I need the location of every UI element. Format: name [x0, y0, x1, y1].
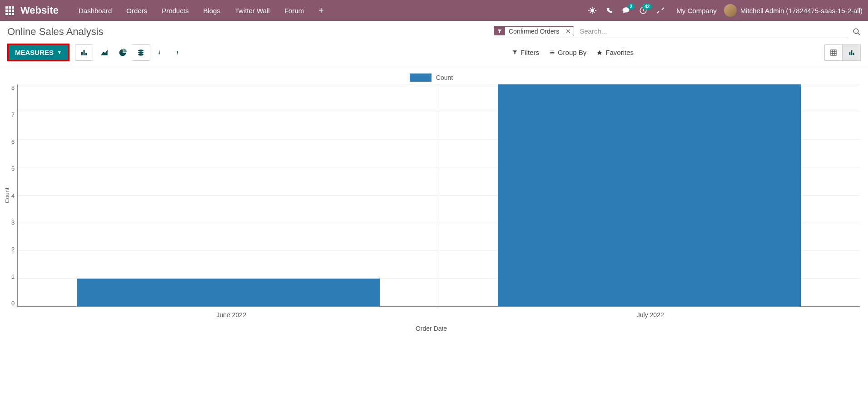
nav-forum[interactable]: Forum: [284, 7, 304, 15]
legend-label: Count: [436, 74, 453, 81]
svg-rect-5: [85, 53, 87, 55]
activity-icon[interactable]: 42: [639, 6, 647, 15]
bar-slot: [439, 84, 860, 306]
x-axis-ticks: June 2022July 2022: [22, 307, 860, 319]
chart-type-buttons: [75, 44, 189, 61]
line-chart-icon[interactable]: [96, 44, 114, 61]
activity-badge: 42: [642, 4, 652, 10]
stacked-icon[interactable]: [132, 44, 150, 61]
svg-rect-3: [81, 52, 83, 55]
nav-add-icon[interactable]: +: [318, 5, 324, 16]
measures-button[interactable]: MEASURES ▼: [7, 44, 69, 61]
y-axis-ticks: 876543210: [11, 84, 17, 307]
apps-icon[interactable]: [5, 6, 14, 15]
favorites-label: Favorites: [605, 49, 634, 56]
page-title: Online Sales Analysis: [7, 26, 104, 38]
svg-point-8: [138, 54, 144, 56]
svg-point-2: [853, 29, 858, 34]
bar-chart-icon[interactable]: [75, 44, 93, 61]
groupby-label: Group By: [558, 49, 586, 56]
avatar: [724, 4, 737, 17]
bar-slot: [18, 84, 439, 306]
x-tick: July 2022: [441, 311, 860, 319]
nav-blogs[interactable]: Blogs: [203, 7, 220, 15]
facet-remove-icon[interactable]: ✕: [563, 28, 574, 35]
chart-legend: Count: [3, 71, 860, 84]
sort-asc-icon[interactable]: [171, 44, 189, 61]
filters-button[interactable]: Filters: [512, 49, 539, 56]
svg-rect-10: [849, 52, 850, 55]
nav-twitter-wall[interactable]: Twitter Wall: [235, 7, 270, 15]
svg-point-6: [138, 49, 144, 52]
chat-icon[interactable]: 2: [622, 6, 630, 15]
pie-chart-icon[interactable]: [114, 44, 132, 61]
y-tick: 0: [11, 300, 15, 307]
favorites-button[interactable]: Favorites: [596, 49, 634, 56]
facet-label: Confirmed Orders: [505, 27, 563, 36]
nav-dashboard[interactable]: Dashboard: [79, 7, 112, 15]
user-menu[interactable]: Mitchell Admin (17824475-saas-15-2-all): [724, 4, 863, 17]
top-nav: Website Dashboard Orders Products Blogs …: [0, 0, 868, 21]
legend-swatch: [410, 74, 432, 82]
chat-badge: 2: [628, 4, 635, 10]
search-input[interactable]: [578, 25, 848, 37]
x-axis-label: Order Date: [3, 319, 860, 335]
chart-area: Count Count 876543210 June 2022July 2022…: [0, 66, 868, 335]
bug-icon[interactable]: [588, 6, 596, 15]
svg-point-7: [138, 51, 144, 54]
svg-rect-9: [831, 50, 836, 55]
search-bar: Confirmed Orders ✕: [494, 25, 848, 38]
y-tick: 8: [11, 84, 15, 91]
phone-icon[interactable]: [605, 7, 613, 14]
chart-bar[interactable]: [498, 84, 801, 306]
y-tick: 6: [11, 138, 15, 145]
groupby-button[interactable]: Group By: [549, 49, 586, 56]
view-switcher: [824, 44, 861, 61]
tools-icon[interactable]: [656, 6, 665, 15]
sort-desc-icon[interactable]: [153, 44, 171, 61]
brand[interactable]: Website: [20, 5, 59, 16]
nav-orders[interactable]: Orders: [126, 7, 147, 15]
y-tick: 5: [11, 165, 15, 172]
search-facet: Confirmed Orders ✕: [494, 26, 574, 36]
filter-icon: [494, 27, 505, 35]
measures-label: MEASURES: [15, 49, 54, 56]
chart-body: Count 876543210: [3, 84, 860, 307]
svg-rect-12: [853, 53, 854, 55]
graph-view-icon[interactable]: [843, 44, 861, 61]
y-tick: 3: [11, 219, 15, 226]
pivot-view-icon[interactable]: [824, 44, 843, 61]
search-icon[interactable]: [853, 28, 861, 36]
y-tick: 1: [11, 273, 15, 280]
svg-rect-4: [83, 50, 84, 55]
x-tick: June 2022: [22, 311, 441, 319]
y-axis-label: Count: [3, 84, 11, 307]
svg-point-0: [591, 9, 595, 12]
company-selector[interactable]: My Company: [676, 7, 716, 15]
nav-products[interactable]: Products: [162, 7, 188, 15]
control-panel-bottom: MEASURES ▼ Filters Group By: [0, 41, 868, 66]
svg-rect-11: [851, 50, 852, 55]
chart-bar[interactable]: [77, 279, 380, 306]
y-tick: 7: [11, 111, 15, 118]
user-name: Mitchell Admin (17824475-saas-15-2-all): [740, 7, 863, 15]
caret-down-icon: ▼: [57, 50, 62, 55]
chart-plot: [17, 84, 860, 307]
filters-label: Filters: [521, 49, 539, 56]
control-panel-top: Online Sales Analysis Confirmed Orders ✕: [0, 21, 868, 41]
y-tick: 4: [11, 192, 15, 199]
search-options: Filters Group By Favorites: [512, 49, 634, 56]
y-tick: 2: [11, 246, 15, 253]
